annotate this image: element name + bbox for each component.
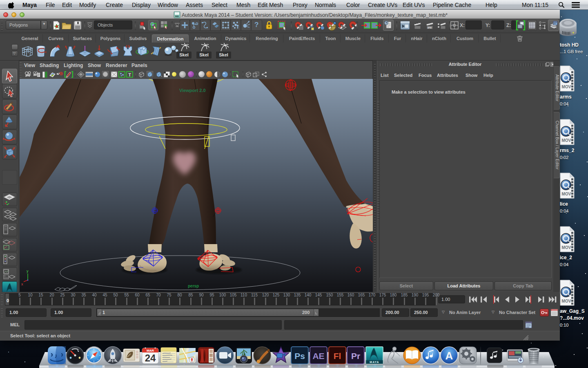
svg-text:A: A — [445, 350, 453, 362]
svg-text:MOV: MOV — [562, 192, 571, 196]
svg-text:MAR: MAR — [147, 349, 154, 352]
svg-text:AE: AE — [312, 351, 324, 361]
svg-text:Ps: Ps — [294, 351, 305, 361]
svg-text:MAYA: MAYA — [370, 361, 379, 364]
svg-text:Pr: Pr — [351, 351, 360, 361]
svg-text:Fl: Fl — [334, 351, 341, 361]
svg-text:MOV: MOV — [562, 245, 571, 250]
svg-text:x: x — [21, 282, 23, 286]
svg-text:MOV: MOV — [562, 85, 571, 89]
svg-text:T: T — [128, 72, 131, 77]
svg-text:MOV: MOV — [562, 138, 571, 143]
svg-text:persp: persp — [188, 284, 199, 288]
svg-text:24: 24 — [145, 352, 156, 364]
svg-text:MOV: MOV — [562, 299, 571, 303]
svg-text:Viewport 2.0: Viewport 2.0 — [179, 88, 206, 93]
svg-text:IPR: IPR — [428, 27, 432, 29]
svg-text:MB: MB — [175, 15, 179, 18]
svg-text:y: y — [27, 269, 29, 273]
